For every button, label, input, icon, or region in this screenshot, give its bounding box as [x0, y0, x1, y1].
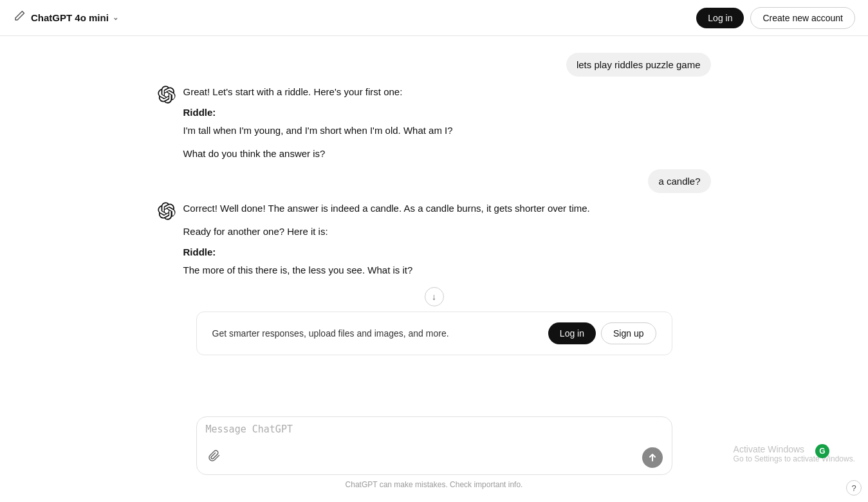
assistant-riddle-text-1: I'm tall when I'm young, and I'm short w… [183, 123, 453, 138]
assistant-question-1: What do you think the answer is? [183, 146, 453, 162]
input-actions [206, 447, 663, 468]
user-message-text: lets play riddles puzzle game [577, 59, 701, 70]
scroll-indicator: ↓ [0, 282, 868, 311]
help-button[interactable]: ? [846, 480, 862, 496]
header-left: ChatGPT 4o mini ⌄ [13, 10, 118, 26]
send-button[interactable] [642, 447, 663, 468]
assistant-next-intro: Ready for another one? Here it is: [183, 224, 590, 239]
message-input[interactable] [206, 423, 663, 439]
input-wrapper [196, 416, 672, 475]
assistant-riddle-label-2: Riddle: [183, 245, 590, 260]
chatgpt-avatar [158, 86, 176, 104]
message-row: lets play riddles puzzle game [145, 49, 724, 80]
user-bubble: a candle? [648, 169, 710, 193]
message-row: a candle? [145, 165, 724, 197]
user-message-text: a candle? [658, 176, 700, 187]
input-area: ChatGPT can make mistakes. Check importa… [0, 410, 868, 502]
message-row: Great! Let's start with a riddle. Here's… [145, 80, 724, 165]
footer-note: ChatGPT can make mistakes. Check importa… [13, 480, 855, 489]
login-banner: Get smarter responses, upload files and … [196, 311, 672, 355]
login-button[interactable]: Log in [696, 8, 744, 28]
header-right: Log in Create new account [696, 7, 855, 29]
scroll-down-button[interactable]: ↓ [425, 287, 444, 306]
user-bubble: lets play riddles puzzle game [566, 53, 711, 77]
banner-login-button[interactable]: Log in [548, 322, 596, 344]
model-selector[interactable]: ChatGPT 4o mini ⌄ [31, 12, 118, 23]
assistant-correct-text: Correct! Well done! The answer is indeed… [183, 201, 590, 216]
chatgpt-avatar [158, 202, 176, 220]
login-banner-text: Get smarter responses, upload files and … [212, 328, 449, 339]
assistant-riddle-label-1: Riddle: [183, 105, 453, 120]
login-banner-buttons: Log in Sign up [548, 322, 656, 344]
header: ChatGPT 4o mini ⌄ Log in Create new acco… [0, 0, 868, 36]
chat-area: lets play riddles puzzle game Great! Let… [0, 36, 868, 399]
attach-button[interactable] [206, 447, 224, 468]
model-name: ChatGPT 4o mini [31, 12, 109, 23]
assistant-message-content-2: Correct! Well done! The answer is indeed… [183, 201, 590, 278]
assistant-riddle-text-2: The more of this there is, the less you … [183, 263, 590, 278]
assistant-text: Great! Let's start with a riddle. Here's… [183, 84, 453, 100]
login-banner-area: Get smarter responses, upload files and … [145, 311, 724, 362]
banner-signup-button[interactable]: Sign up [601, 322, 656, 344]
create-account-button[interactable]: Create new account [750, 7, 855, 29]
message-row: Correct! Well done! The answer is indeed… [145, 197, 724, 282]
edit-icon[interactable] [13, 10, 26, 26]
chevron-down-icon: ⌄ [113, 14, 118, 22]
assistant-message-content: Great! Let's start with a riddle. Here's… [183, 84, 453, 162]
